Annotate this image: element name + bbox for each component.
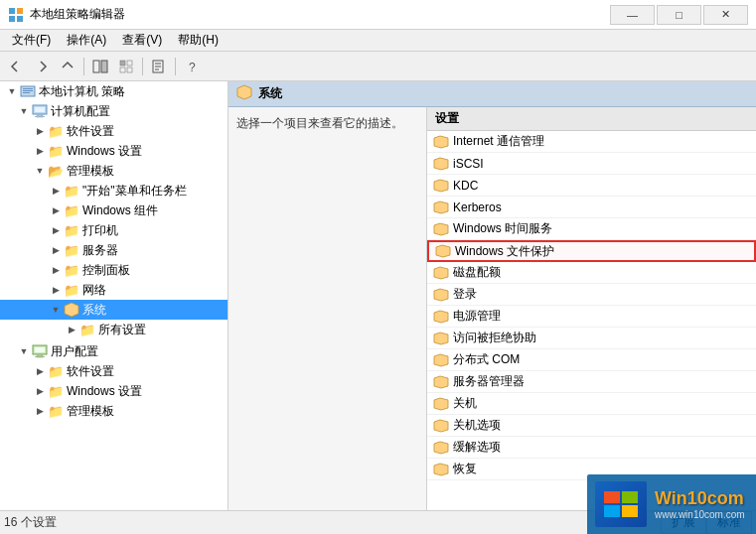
- tree-item-root[interactable]: 本地计算机 策略: [0, 81, 227, 101]
- svg-rect-3: [17, 16, 23, 22]
- expand-user: [16, 343, 32, 359]
- kerberos-label: Kerberos: [453, 200, 502, 214]
- menu-view[interactable]: 查看(V): [114, 30, 170, 51]
- folder-diskquota-icon: [433, 265, 449, 281]
- show-hide-button[interactable]: [88, 56, 112, 77]
- folder-network-icon: [64, 282, 79, 298]
- menu-file[interactable]: 文件(F): [4, 30, 59, 51]
- expand-network: [48, 282, 64, 298]
- folder-timeservice-icon: [433, 221, 449, 237]
- tree-item-wincomp[interactable]: Windows 组件: [0, 200, 227, 220]
- settings-item-mitigation[interactable]: 缓解选项: [427, 437, 756, 459]
- settings-item-servermanager[interactable]: 服务器管理器: [427, 371, 756, 393]
- settings-item-shutdown[interactable]: 关机: [427, 393, 756, 415]
- watermark-logo: [595, 481, 647, 527]
- watermark-text: Win10com www.win10com.com: [655, 488, 745, 520]
- system-label: 系统: [82, 302, 106, 319]
- description-pane: 选择一个项目来查看它的描述。: [228, 107, 427, 510]
- tree-item-allsettings[interactable]: 所有设置: [0, 320, 227, 339]
- up-button[interactable]: [56, 56, 79, 77]
- svg-rect-30: [622, 491, 638, 503]
- svg-rect-17: [23, 90, 33, 91]
- settings-item-kdc[interactable]: KDC: [427, 175, 756, 197]
- tree-item-windows[interactable]: Windows 设置: [0, 141, 227, 161]
- settings-item-kerberos[interactable]: Kerberos: [427, 197, 756, 218]
- export-button[interactable]: [147, 56, 171, 77]
- settings-header: 设置: [427, 107, 756, 131]
- svg-rect-1: [17, 8, 23, 14]
- sep-1: [83, 58, 84, 75]
- title-bar: 本地组策略编辑器 — □ ✕: [0, 0, 756, 30]
- menu-help[interactable]: 帮助(H): [170, 30, 227, 51]
- tree-item-userwindows[interactable]: Windows 设置: [0, 381, 227, 401]
- software-label: 软件设置: [67, 123, 114, 140]
- menu-action[interactable]: 操作(A): [59, 30, 114, 51]
- svg-rect-27: [35, 356, 45, 357]
- folder-accessdenied-icon: [433, 331, 449, 346]
- right-content: 选择一个项目来查看它的描述。 设置 Internet 通信管理 i: [228, 107, 756, 510]
- folder-dcom-icon: [433, 352, 449, 368]
- forward-button[interactable]: [30, 56, 54, 77]
- header-folder-icon: [236, 84, 252, 103]
- right-header: 系统: [228, 81, 756, 107]
- settings-item-diskquota[interactable]: 磁盘配额: [427, 262, 756, 284]
- internet-label: Internet 通信管理: [453, 133, 544, 150]
- up-icon: [61, 60, 75, 73]
- main-area: 本地计算机 策略 计算机配置 软件设置 Windows 设置 管理模板: [0, 81, 756, 510]
- settings-item-timeservice[interactable]: Windows 时间服务: [427, 218, 756, 240]
- tree-item-admin[interactable]: 管理模板: [0, 161, 227, 181]
- tree-item-server[interactable]: 服务器: [0, 240, 227, 260]
- watermark-title: Win10com: [655, 488, 745, 509]
- menu-bar: 文件(F) 操作(A) 查看(V) 帮助(H): [0, 30, 756, 52]
- recovery-label: 恢复: [453, 461, 477, 477]
- folder-system-icon: [64, 302, 79, 318]
- minimize-button[interactable]: —: [610, 5, 655, 25]
- shutdown-label: 关机: [453, 395, 477, 412]
- settings-item-shutdownopts[interactable]: 关机选项: [427, 415, 756, 437]
- expand-start: [48, 183, 64, 199]
- title-controls: — □ ✕: [610, 5, 748, 25]
- folder-start-icon: [64, 183, 79, 199]
- login-label: 登录: [453, 286, 477, 303]
- view2-button[interactable]: [114, 56, 138, 77]
- tree-item-software[interactable]: 软件设置: [0, 121, 227, 141]
- export-icon: [152, 60, 166, 73]
- tree-item-network[interactable]: 网络: [0, 280, 227, 300]
- settings-item-dcom[interactable]: 分布式 COM: [427, 349, 756, 371]
- tree-item-control[interactable]: 控制面板: [0, 260, 227, 280]
- title-bar-left: 本地组策略编辑器: [8, 6, 125, 23]
- svg-text:?: ?: [189, 61, 196, 73]
- expand-computer: [16, 103, 32, 119]
- svg-rect-22: [35, 116, 45, 117]
- expand-server: [48, 242, 64, 258]
- maximize-button[interactable]: □: [657, 5, 701, 25]
- back-button[interactable]: [4, 56, 28, 77]
- settings-item-power[interactable]: 电源管理: [427, 306, 756, 328]
- useradmin-label: 管理模板: [67, 403, 114, 420]
- settings-item-login[interactable]: 登录: [427, 284, 756, 306]
- svg-rect-4: [93, 61, 99, 72]
- settings-item-fileprotect[interactable]: Windows 文件保护: [427, 240, 756, 262]
- folder-wincomp-icon: [64, 202, 79, 218]
- tree-item-start[interactable]: "开始"菜单和任务栏: [0, 181, 227, 200]
- close-button[interactable]: ✕: [703, 5, 748, 25]
- tree-item-computer[interactable]: 计算机配置: [0, 101, 227, 121]
- help-button[interactable]: ?: [180, 56, 204, 77]
- settings-item-iscsi[interactable]: iSCSI: [427, 153, 756, 175]
- folder-power-icon: [433, 309, 449, 325]
- svg-rect-2: [9, 16, 15, 22]
- settings-item-accessdenied[interactable]: 访问被拒绝协助: [427, 328, 756, 349]
- folder-control-icon: [64, 262, 79, 278]
- power-label: 电源管理: [453, 308, 501, 325]
- settings-item-internet[interactable]: Internet 通信管理: [427, 131, 756, 153]
- admin-label: 管理模板: [67, 163, 114, 180]
- tree-item-usersoftware[interactable]: 软件设置: [0, 361, 227, 381]
- sep-2: [142, 58, 143, 75]
- folder-printer-icon: [64, 222, 79, 238]
- forward-icon: [35, 60, 49, 73]
- tree-item-system[interactable]: 系统: [0, 300, 227, 320]
- tree-item-user[interactable]: 用户配置: [0, 341, 227, 361]
- policy-icon: [20, 83, 36, 99]
- tree-item-useradmin[interactable]: 管理模板: [0, 401, 227, 421]
- tree-item-printer[interactable]: 打印机: [0, 220, 227, 240]
